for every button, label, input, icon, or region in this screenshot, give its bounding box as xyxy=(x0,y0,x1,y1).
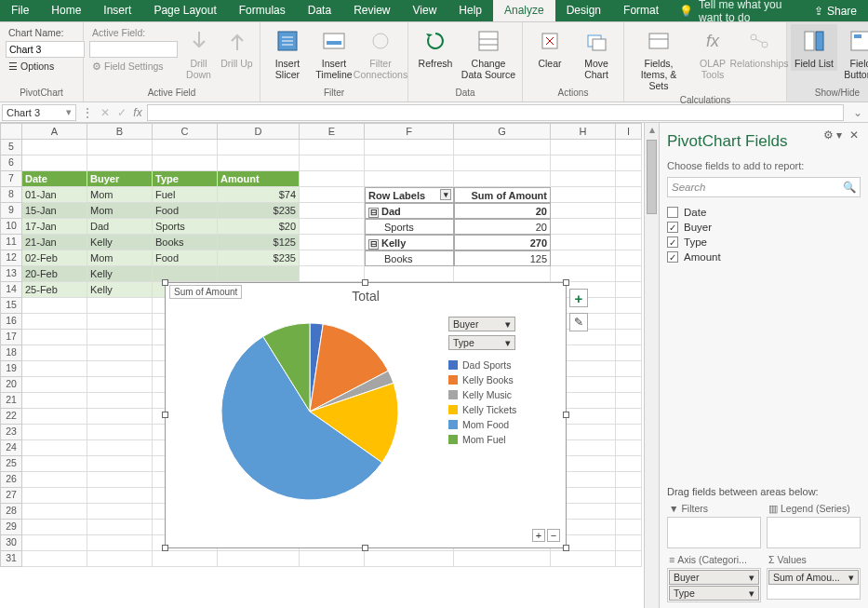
cell[interactable] xyxy=(87,393,153,409)
row-header[interactable]: 23 xyxy=(0,425,22,440)
row-header[interactable]: 11 xyxy=(0,235,22,250)
cell[interactable]: 25-Feb xyxy=(22,282,87,298)
cell[interactable] xyxy=(616,551,642,567)
tab-design[interactable]: Design xyxy=(555,0,612,21)
cell[interactable] xyxy=(300,187,365,203)
col-header[interactable]: H xyxy=(551,123,616,140)
col-header[interactable]: I xyxy=(616,123,642,140)
cell[interactable] xyxy=(551,171,616,187)
worksheet[interactable]: ABCDEFGHI 567891011121314151617181920212… xyxy=(0,123,644,608)
row-header[interactable]: 18 xyxy=(0,345,22,361)
legend-item[interactable]: Kelly Books xyxy=(448,374,516,385)
area-legend[interactable] xyxy=(767,517,861,548)
row-header[interactable]: 15 xyxy=(0,298,22,314)
row-header[interactable]: 10 xyxy=(0,219,22,235)
row-header[interactable]: 12 xyxy=(0,250,22,266)
cell[interactable]: Amount xyxy=(218,171,300,187)
collapse-icon[interactable]: ⊟ xyxy=(368,239,379,250)
pane-close-button[interactable]: ✕ xyxy=(849,128,859,142)
cell[interactable] xyxy=(87,298,153,314)
cell[interactable] xyxy=(365,155,454,171)
cell[interactable] xyxy=(22,361,87,377)
drill-up-button[interactable]: Drill Up xyxy=(218,24,256,71)
cell[interactable]: $74 xyxy=(218,187,300,203)
cell[interactable] xyxy=(87,504,153,520)
area-field[interactable]: Buyer▾ xyxy=(669,570,759,585)
cell[interactable] xyxy=(454,140,551,155)
cell[interactable]: 270 xyxy=(454,235,551,250)
row-header[interactable]: 19 xyxy=(0,361,22,377)
cancel-icon[interactable]: ✕ xyxy=(97,106,114,119)
row-header[interactable]: 24 xyxy=(0,440,22,456)
cell[interactable]: $125 xyxy=(218,235,300,250)
tab-review[interactable]: Review xyxy=(342,0,401,21)
cell[interactable]: 21-Jan xyxy=(22,235,87,250)
cell[interactable] xyxy=(454,266,551,282)
cell[interactable] xyxy=(87,140,153,155)
row-header[interactable]: 28 xyxy=(0,504,22,520)
cell[interactable] xyxy=(300,235,365,250)
cell[interactable] xyxy=(616,266,642,282)
cell[interactable] xyxy=(551,187,616,203)
cell[interactable] xyxy=(87,314,153,330)
cell[interactable]: Books xyxy=(365,250,454,266)
cell[interactable] xyxy=(616,472,642,488)
cell[interactable] xyxy=(22,504,87,520)
col-header[interactable]: D xyxy=(218,123,300,140)
cell[interactable]: ⊟Kelly xyxy=(365,235,454,250)
row-header[interactable]: 5 xyxy=(0,140,22,155)
cell[interactable] xyxy=(87,330,153,345)
row-header[interactable]: 31 xyxy=(0,551,22,567)
cell[interactable] xyxy=(22,345,87,361)
cell[interactable]: 01-Jan xyxy=(22,187,87,203)
field-checkbox[interactable]: ✓Type xyxy=(667,235,861,250)
cell[interactable]: 20 xyxy=(454,219,551,235)
cell[interactable] xyxy=(616,330,642,345)
cell[interactable] xyxy=(87,456,153,472)
cell[interactable] xyxy=(87,488,153,504)
pane-settings-button[interactable]: ⚙ ▾ xyxy=(823,128,842,142)
cell[interactable] xyxy=(616,377,642,393)
chart-elements-button[interactable]: + xyxy=(569,289,588,307)
cell[interactable]: Kelly xyxy=(87,266,153,282)
cell[interactable] xyxy=(300,155,365,171)
cell[interactable]: Fuel xyxy=(153,187,218,203)
legend-item[interactable]: Kelly Tickets xyxy=(448,404,516,415)
col-header[interactable]: G xyxy=(454,123,551,140)
row-header[interactable]: 29 xyxy=(0,520,22,535)
cell[interactable]: Food xyxy=(153,203,218,219)
col-header[interactable]: F xyxy=(365,123,454,140)
olap-tools-button[interactable]: fxOLAP Tools xyxy=(689,24,736,82)
cell[interactable] xyxy=(616,298,642,314)
cell[interactable]: Date xyxy=(22,171,87,187)
cell[interactable] xyxy=(22,314,87,330)
cell[interactable] xyxy=(616,440,642,456)
row-header[interactable]: 27 xyxy=(0,488,22,504)
field-checkbox[interactable]: ✓Buyer xyxy=(667,220,861,235)
cell[interactable] xyxy=(300,551,365,567)
insert-timeline-button[interactable]: Insert Timeline xyxy=(311,24,357,82)
cell[interactable] xyxy=(22,440,87,456)
cell[interactable] xyxy=(616,219,642,235)
share-button[interactable]: ⇪ Share xyxy=(803,0,868,21)
cell[interactable] xyxy=(365,140,454,155)
row-header[interactable]: 17 xyxy=(0,330,22,345)
cell[interactable]: 20 xyxy=(454,203,551,219)
row-header[interactable]: 7 xyxy=(0,171,22,187)
cell[interactable] xyxy=(454,551,551,567)
cell[interactable] xyxy=(300,140,365,155)
cell[interactable] xyxy=(616,456,642,472)
cell[interactable]: $20 xyxy=(218,219,300,235)
cell[interactable] xyxy=(22,535,87,551)
cell[interactable] xyxy=(551,235,616,250)
cell[interactable] xyxy=(218,140,300,155)
cell[interactable]: Row Labels▾ xyxy=(365,187,454,203)
cell[interactable] xyxy=(22,140,87,155)
refresh-button[interactable]: Refresh xyxy=(412,24,459,71)
expand-formula-bar-icon[interactable]: ⌄ xyxy=(848,106,868,119)
fields-items-sets-button[interactable]: Fields, Items, & Sets xyxy=(628,24,689,93)
cell[interactable] xyxy=(22,298,87,314)
cell[interactable]: ⊟Dad xyxy=(365,203,454,219)
cell[interactable]: Buyer xyxy=(87,171,153,187)
tab-data[interactable]: Data xyxy=(297,0,342,21)
